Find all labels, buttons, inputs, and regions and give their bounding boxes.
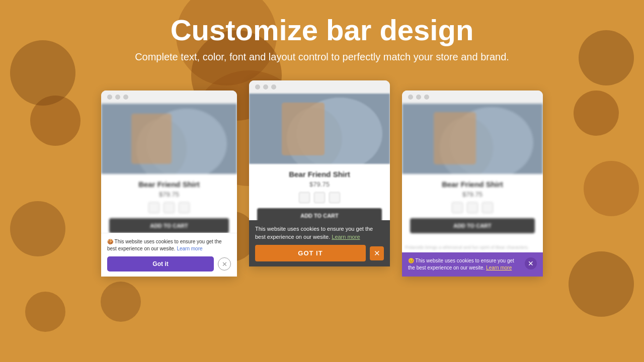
traffic-light-yellow-c: [263, 84, 268, 89]
cookie-actions-left: Got it ✕: [107, 256, 231, 272]
cookie-banner-right: 😊 This website uses cookies to ensure yo…: [402, 252, 543, 277]
page-title: Customize bar design: [0, 14, 644, 46]
size-xs-r: [452, 202, 463, 213]
cookie-emoji-right: 😊: [408, 258, 416, 263]
svg-rect-13: [434, 112, 476, 164]
size-xs-c: [299, 192, 310, 203]
cookie-learn-more-center[interactable]: Learn more: [332, 234, 360, 240]
size-s: [164, 202, 175, 213]
add-to-cart-right[interactable]: ADD TO CART: [410, 218, 535, 233]
browser-center: Bear Friend Shirt $79.75 ADD TO CART Pol…: [249, 80, 390, 266]
browser-content-left: Bear Friend Shirt $79.75 ADD TO CART Pol…: [101, 104, 237, 277]
traffic-light-red-r: [408, 95, 413, 100]
product-image-left: [101, 104, 237, 174]
cookie-inner-right: 😊 This website uses cookies to ensure yo…: [408, 257, 537, 272]
close-button-left[interactable]: ✕: [218, 257, 231, 270]
cookie-banner-left: 🍪 This website uses cookies to ensure yo…: [101, 233, 237, 277]
size-xs: [148, 202, 159, 213]
browser-window-center: Bear Friend Shirt $79.75 ADD TO CART Pol…: [249, 80, 390, 266]
product-info-right: Bear Friend Shirt $79.75 ADD TO CART: [402, 174, 543, 244]
cookie-banner-center: This website uses cookies to ensure you …: [249, 220, 390, 266]
product-sizes-left: [109, 202, 229, 213]
browser-left: Bear Friend Shirt $79.75 ADD TO CART Pol…: [101, 90, 237, 277]
browser-content-right: Bear Friend Shirt $79.75 ADD TO CART Pol…: [402, 104, 543, 277]
product-sizes-center: [257, 192, 382, 203]
svg-rect-3: [131, 114, 172, 164]
product-sizes-right: [410, 202, 535, 213]
size-m-r: [482, 202, 493, 213]
got-it-button-left[interactable]: Got it: [107, 256, 214, 272]
browser-titlebar-right: [402, 90, 543, 104]
cookie-learn-more-right[interactable]: Learn more: [486, 265, 512, 270]
browser-right: Bear Friend Shirt $79.75 ADD TO CART Pol…: [402, 90, 543, 277]
header: Customize bar design Complete text, colo…: [0, 0, 644, 63]
size-m-c: [329, 192, 340, 203]
size-s-r: [467, 202, 478, 213]
close-icon-center: ✕: [374, 249, 380, 258]
browser-content-center: Bear Friend Shirt $79.75 ADD TO CART Pol…: [249, 94, 390, 266]
product-title-center: Bear Friend Shirt: [257, 170, 382, 178]
cookie-emoji-left: 🍪: [107, 239, 115, 244]
browser-titlebar-left: [101, 90, 237, 104]
cookie-text-center: This website uses cookies to ensure you …: [255, 225, 384, 241]
page-subtitle: Complete text, color, font and layout co…: [0, 51, 644, 63]
traffic-light-yellow-r: [416, 95, 421, 100]
add-to-cart-left[interactable]: ADD TO CART: [109, 218, 229, 233]
size-s-c: [314, 192, 325, 203]
browsers-row: Bear Friend Shirt $79.75 ADD TO CART Pol…: [45, 80, 599, 277]
product-title-right: Bear Friend Shirt: [410, 180, 535, 189]
cookie-text-right: 😊 This website uses cookies to ensure yo…: [408, 257, 522, 272]
traffic-light-yellow: [115, 95, 120, 100]
close-button-center[interactable]: ✕: [370, 246, 384, 260]
close-button-right[interactable]: ✕: [525, 257, 537, 269]
close-icon-right: ✕: [528, 259, 534, 267]
product-image-center: [249, 94, 390, 164]
product-image-right: [402, 104, 543, 174]
product-price-center: $79.75: [257, 180, 382, 188]
browser-window-left: Bear Friend Shirt $79.75 ADD TO CART Pol…: [101, 90, 237, 277]
traffic-light-green: [123, 95, 128, 100]
cookie-text-left: 🍪 This website uses cookies to ensure yo…: [107, 238, 231, 252]
svg-rect-8: [282, 103, 325, 155]
traffic-light-green-c: [271, 84, 276, 89]
traffic-light-red-c: [255, 84, 260, 89]
product-title-left: Bear Friend Shirt: [109, 180, 229, 189]
product-price-left: $79.75: [109, 191, 229, 198]
cookie-learn-more-left[interactable]: Learn more: [177, 246, 202, 251]
size-m: [179, 202, 190, 213]
traffic-light-green-r: [424, 95, 429, 100]
product-price-right: $79.75: [410, 191, 535, 198]
cookie-actions-center: GOT IT ✕: [255, 245, 384, 261]
browser-window-right: Bear Friend Shirt $79.75 ADD TO CART Pol…: [402, 90, 543, 277]
close-icon-left: ✕: [222, 260, 227, 268]
browser-titlebar-center: [249, 80, 390, 94]
traffic-light-red: [107, 95, 112, 100]
got-it-button-center[interactable]: GOT IT: [255, 245, 366, 261]
